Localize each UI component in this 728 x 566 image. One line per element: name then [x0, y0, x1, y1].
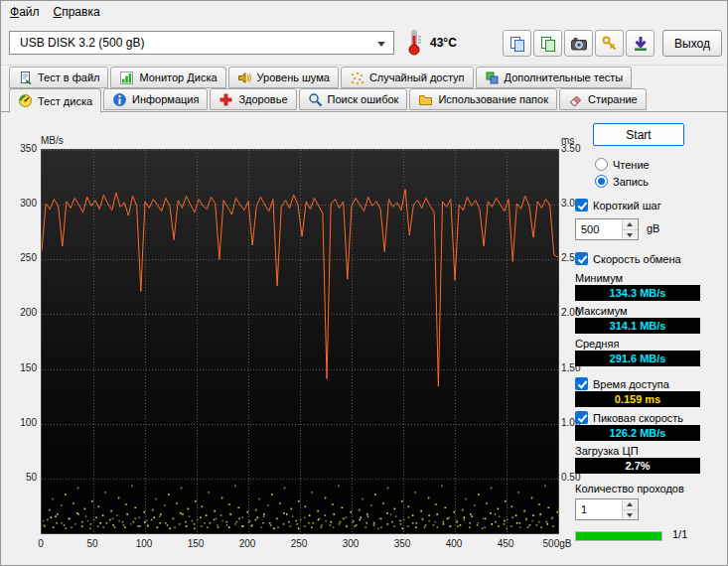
y-axis-left-tick: 100: [9, 417, 37, 428]
average-value: 291.6 MB/s: [575, 351, 700, 366]
erase-icon: [568, 92, 583, 107]
pass-progress-label: 1/1: [672, 528, 687, 540]
tab-folder-usage[interactable]: Использование папок: [409, 88, 557, 110]
tab-row-secondary: Тест в файл Монитор Диска Уровень шума: [9, 67, 632, 88]
short-step-unit: gB: [647, 222, 659, 234]
extra-tests-icon: [485, 71, 500, 85]
start-button[interactable]: Start: [593, 123, 684, 146]
temperature-value: 43°C: [430, 36, 457, 50]
peak-speed-label: Пиковая скорость: [593, 412, 683, 424]
y-axis-left-tick: 50: [9, 472, 37, 483]
short-step-label: Короткий шаг: [593, 200, 661, 212]
health-cross-icon: [218, 92, 233, 107]
tab-noise-level[interactable]: Уровень шума: [228, 67, 339, 88]
tab-file-test[interactable]: Тест в файл: [9, 67, 108, 88]
tab-label: Информация: [132, 93, 199, 105]
tab-disk-test[interactable]: Тест диска: [9, 88, 101, 113]
spin-up-button[interactable]: [623, 219, 638, 230]
content-area: MB/s ms 3503.503003.002502.502002.001501…: [1, 111, 727, 566]
exchange-speed-label: Скорость обмена: [593, 253, 681, 265]
tab-random-access[interactable]: Случайный доступ: [341, 67, 474, 88]
maximum-value: 314.1 MB/s: [575, 318, 700, 334]
tab-information[interactable]: Информация: [103, 88, 208, 110]
y-axis-left-tick: 350: [9, 143, 37, 154]
device-select[interactable]: USB DISK 3.2 (500 gB): [9, 31, 394, 55]
tab-health[interactable]: Здоровье: [210, 88, 296, 110]
menu-file[interactable]: Файл: [3, 2, 47, 22]
chevron-down-icon: [377, 42, 385, 47]
copy-button[interactable]: [503, 30, 531, 57]
checkbox-checked-icon: [575, 411, 588, 424]
license-button[interactable]: [595, 30, 624, 57]
radio-read-circle: [595, 158, 608, 171]
file-test-icon: [18, 71, 33, 85]
cpu-load-value: 2.7%: [575, 458, 700, 474]
x-axis-tick: 300: [331, 538, 370, 549]
tab-label: Уровень шума: [257, 71, 330, 83]
pass-progress-bar: [575, 531, 662, 541]
tab-disk-monitor[interactable]: Монитор Диска: [110, 67, 225, 88]
x-axis-tick: 50: [73, 538, 112, 549]
minimum-label: Минимум: [575, 272, 623, 284]
control-panel: Start Чтение Запись Короткий шаг gB: [573, 113, 728, 566]
spin-up-button[interactable]: [623, 499, 638, 510]
checkbox-peak-speed[interactable]: Пиковая скорость: [575, 411, 683, 424]
keys-icon: [601, 35, 619, 53]
tab-error-search[interactable]: Поиск ошибок: [299, 88, 408, 110]
radio-read-label: Чтение: [613, 159, 650, 171]
x-axis-tick: 200: [227, 538, 267, 549]
app-window: Файл Справка USB DISK 3.2 (500 gB) 43°C: [0, 0, 728, 566]
pass-count-input[interactable]: [576, 499, 622, 519]
access-time-value: 0.159 ms: [575, 391, 700, 407]
checkbox-checked-icon: [575, 377, 588, 390]
x-axis-tick: 500gB: [537, 538, 577, 549]
access-time-label: Время доступа: [593, 378, 669, 390]
folder-usage-icon: [418, 92, 433, 107]
y-axis-left-tick: 300: [9, 198, 37, 209]
screenshot-button[interactable]: [564, 30, 593, 57]
export-button[interactable]: [533, 30, 562, 57]
y-axis-left-tick: 200: [9, 307, 37, 318]
update-button[interactable]: [626, 30, 655, 57]
x-axis-tick: 350: [382, 538, 422, 549]
tab-extra-tests[interactable]: Дополнительные тесты: [476, 67, 633, 88]
copy-pages-blue-icon: [509, 35, 526, 53]
x-axis-tick: 0: [21, 538, 61, 549]
tab-label: Тест диска: [38, 95, 92, 107]
peak-speed-value: 126.2 MB/s: [575, 425, 700, 441]
checkbox-checked-icon: [575, 199, 588, 212]
checkbox-checked-icon: [575, 252, 588, 265]
tab-label: Случайный доступ: [369, 71, 465, 83]
cpu-load-label: Загрузка ЦП: [575, 445, 639, 457]
speed-chart: MB/s ms 3503.503003.002502.502002.001501…: [9, 123, 597, 565]
x-axis-tick: 450: [486, 538, 525, 549]
info-icon: [112, 92, 127, 107]
y-axis-left-title: MB/s: [41, 135, 64, 146]
radio-read[interactable]: Чтение: [595, 158, 650, 171]
y-axis-left-tick: 150: [9, 362, 37, 373]
tab-label: Использование папок: [438, 93, 548, 105]
thermometer-icon: [406, 29, 422, 60]
tab-label: Стирание: [588, 93, 638, 105]
x-axis-tick: 150: [176, 538, 216, 549]
short-step-input[interactable]: [576, 219, 622, 239]
x-axis-tick: 400: [434, 538, 474, 549]
checkbox-short-step[interactable]: Короткий шаг: [575, 199, 661, 212]
checkbox-exchange-speed[interactable]: Скорость обмена: [575, 252, 681, 265]
exit-button[interactable]: Выход: [662, 30, 722, 57]
tab-label: Тест в файл: [38, 71, 99, 83]
radio-write-label: Запись: [613, 176, 649, 188]
error-search-icon: [308, 92, 323, 107]
spin-down-button[interactable]: [623, 510, 638, 520]
menu-help[interactable]: Справка: [47, 2, 107, 22]
disk-monitor-icon: [119, 71, 134, 85]
random-access-icon: [350, 71, 364, 85]
checkbox-access-time[interactable]: Время доступа: [575, 377, 669, 390]
device-select-value: USB DISK 3.2 (500 gB): [20, 36, 144, 50]
tab-erase[interactable]: Стирание: [559, 88, 647, 110]
radio-write[interactable]: Запись: [595, 175, 649, 188]
maximum-label: Максимум: [575, 305, 628, 317]
benchmark-plot: [41, 149, 559, 534]
spinner-buttons: [622, 219, 638, 239]
spin-down-button[interactable]: [623, 230, 638, 240]
